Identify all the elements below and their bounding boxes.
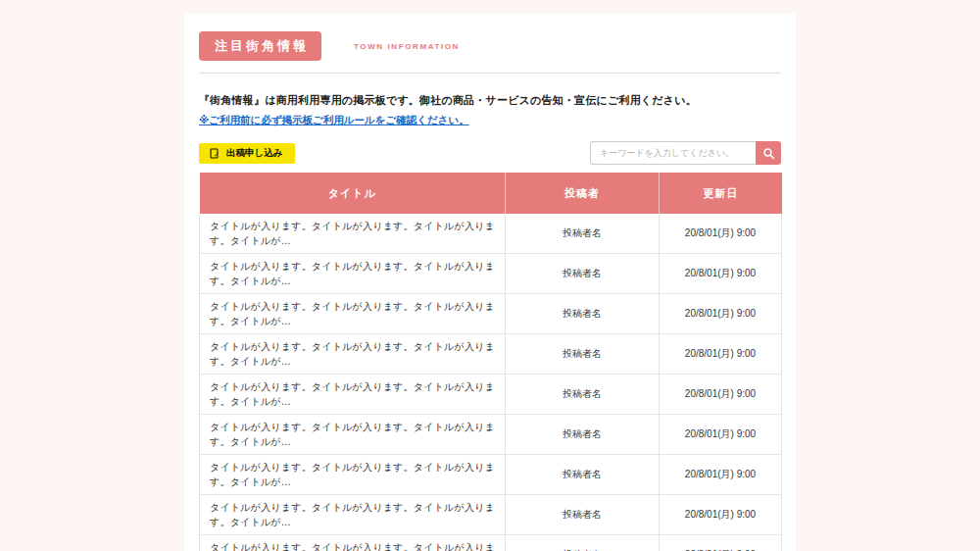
- table-header-row: タイトル 投稿者 更新日: [200, 173, 782, 214]
- row-title[interactable]: タイトルが入ります。タイトルが入ります。タイトルが入ります。タイトルが…: [200, 495, 506, 535]
- column-header-title: タイトル: [200, 173, 506, 214]
- table-row[interactable]: タイトルが入ります。タイトルが入ります。タイトルが入ります。タイトルが… 投稿者…: [200, 375, 782, 415]
- row-date: 20/8/01(月) 9:00: [660, 495, 782, 535]
- table-row[interactable]: タイトルが入ります。タイトルが入ります。タイトルが入ります。タイトルが… 投稿者…: [200, 535, 782, 551]
- table-row[interactable]: タイトルが入ります。タイトルが入ります。タイトルが入ります。タイトルが… 投稿者…: [200, 415, 782, 455]
- row-date: 20/8/01(月) 9:00: [660, 535, 782, 551]
- table-row[interactable]: タイトルが入ります。タイトルが入ります。タイトルが入ります。タイトルが… 投稿者…: [200, 214, 782, 254]
- row-author: 投稿者名: [506, 214, 660, 254]
- row-title[interactable]: タイトルが入ります。タイトルが入ります。タイトルが入ります。タイトルが…: [200, 214, 506, 254]
- row-title[interactable]: タイトルが入ります。タイトルが入ります。タイトルが入ります。タイトルが…: [200, 455, 506, 495]
- row-author: 投稿者名: [506, 535, 660, 551]
- submit-button-label: 出稿申し込み: [226, 147, 282, 160]
- table-row[interactable]: タイトルが入ります。タイトルが入ります。タイトルが入ります。タイトルが… 投稿者…: [200, 495, 782, 535]
- search-group: [590, 141, 781, 165]
- column-header-author: 投稿者: [506, 173, 660, 214]
- table-row[interactable]: タイトルが入ります。タイトルが入ります。タイトルが入ります。タイトルが… 投稿者…: [200, 254, 782, 294]
- table-body: タイトルが入ります。タイトルが入ります。タイトルが入ります。タイトルが… 投稿者…: [200, 214, 782, 551]
- submit-application-button[interactable]: 出稿申し込み: [199, 143, 295, 164]
- row-author: 投稿者名: [506, 294, 660, 334]
- header-divider: [199, 73, 781, 74]
- row-date: 20/8/01(月) 9:00: [660, 214, 782, 254]
- row-date: 20/8/01(月) 9:00: [660, 415, 782, 455]
- row-author: 投稿者名: [506, 334, 660, 375]
- page-header: 注目街角情報 TOWN INFORMATION: [199, 31, 781, 61]
- table-row[interactable]: タイトルが入ります。タイトルが入ります。タイトルが入ります。タイトルが… 投稿者…: [200, 334, 782, 375]
- row-title[interactable]: タイトルが入ります。タイトルが入ります。タイトルが入ります。タイトルが…: [200, 415, 506, 455]
- page-subtitle: TOWN INFORMATION: [354, 42, 460, 51]
- row-author: 投稿者名: [506, 495, 660, 535]
- memo-icon: [210, 148, 220, 159]
- row-title[interactable]: タイトルが入ります。タイトルが入ります。タイトルが入ります。タイトルが…: [200, 535, 506, 551]
- page-title-badge: 注目街角情報: [199, 31, 321, 61]
- row-date: 20/8/01(月) 9:00: [660, 294, 782, 334]
- row-date: 20/8/01(月) 9:00: [660, 334, 782, 375]
- search-input[interactable]: [590, 141, 756, 165]
- row-author: 投稿者名: [506, 375, 660, 415]
- row-title[interactable]: タイトルが入ります。タイトルが入ります。タイトルが入ります。タイトルが…: [200, 334, 506, 375]
- table-row[interactable]: タイトルが入ります。タイトルが入ります。タイトルが入ります。タイトルが… 投稿者…: [200, 455, 782, 495]
- search-button[interactable]: [756, 141, 781, 165]
- row-title[interactable]: タイトルが入ります。タイトルが入ります。タイトルが入ります。タイトルが…: [200, 254, 506, 294]
- row-date: 20/8/01(月) 9:00: [660, 254, 782, 294]
- row-date: 20/8/01(月) 9:00: [660, 455, 782, 495]
- row-author: 投稿者名: [506, 455, 660, 495]
- listing-table: タイトル 投稿者 更新日 タイトルが入ります。タイトルが入ります。タイトルが入り…: [199, 173, 782, 551]
- row-author: 投稿者名: [506, 415, 660, 455]
- row-author: 投稿者名: [506, 254, 660, 294]
- description-text: 『街角情報』は商用利用専用の掲示板です。御社の商品・サービスの告知・宣伝にご利用…: [199, 93, 781, 107]
- row-date: 20/8/01(月) 9:00: [660, 375, 782, 415]
- column-header-date: 更新日: [660, 173, 782, 214]
- magnifier-icon: [762, 147, 775, 160]
- table-row[interactable]: タイトルが入ります。タイトルが入ります。タイトルが入ります。タイトルが… 投稿者…: [200, 294, 782, 334]
- usage-rules-link[interactable]: ※ご利用前に必ず掲示板ご利用ルールをご確認ください。: [199, 114, 469, 126]
- content-card: 注目街角情報 TOWN INFORMATION 『街角情報』は商用利用専用の掲示…: [184, 14, 796, 551]
- row-title[interactable]: タイトルが入ります。タイトルが入ります。タイトルが入ります。タイトルが…: [200, 294, 506, 334]
- toolbar: 出稿申し込み: [199, 141, 781, 165]
- row-title[interactable]: タイトルが入ります。タイトルが入ります。タイトルが入ります。タイトルが…: [200, 375, 506, 415]
